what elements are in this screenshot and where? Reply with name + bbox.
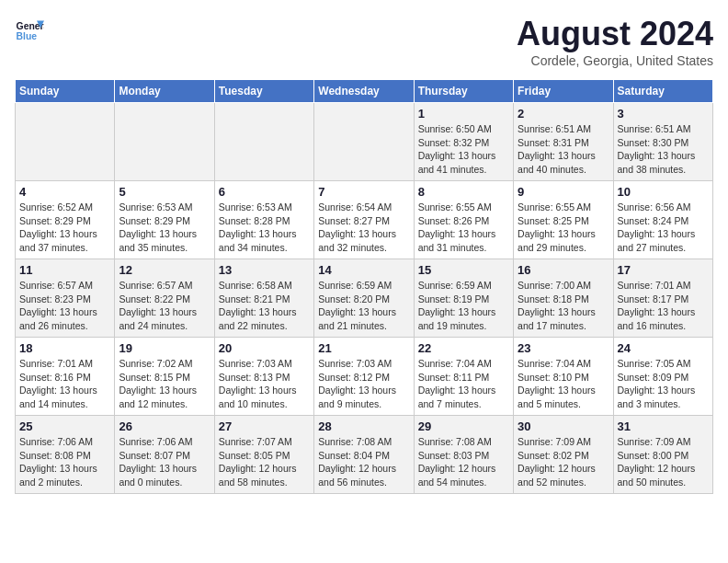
sunrise-text: Sunrise: 6:58 AM [219, 279, 310, 293]
calendar-cell: 8Sunrise: 6:55 AMSunset: 8:26 PMDaylight… [414, 181, 513, 259]
day-number: 6 [219, 185, 310, 199]
daylight-text: Daylight: 13 hours and 37 minutes. [19, 227, 110, 254]
calendar-cell: 25Sunrise: 7:06 AMSunset: 8:08 PMDayligh… [16, 416, 115, 494]
daylight-text: Daylight: 13 hours and 10 minutes. [219, 384, 310, 410]
calendar-cell [115, 103, 214, 181]
sunrise-text: Sunrise: 6:55 AM [518, 201, 609, 214]
sunrise-text: Sunrise: 6:54 AM [318, 201, 409, 214]
sunset-text: Sunset: 8:31 PM [518, 136, 609, 150]
calendar-cell: 11Sunrise: 6:57 AMSunset: 8:23 PMDayligh… [16, 259, 115, 338]
calendar-cell: 16Sunrise: 7:00 AMSunset: 8:18 PMDayligh… [514, 259, 613, 338]
calendar-cell: 13Sunrise: 6:58 AMSunset: 8:21 PMDayligh… [214, 259, 313, 338]
sunset-text: Sunset: 8:26 PM [418, 214, 509, 228]
calendar-cell: 31Sunrise: 7:09 AMSunset: 8:00 PMDayligh… [613, 416, 712, 494]
day-info: Sunrise: 7:08 AMSunset: 8:04 PMDaylight:… [318, 435, 409, 489]
sunrise-text: Sunrise: 6:53 AM [219, 201, 310, 214]
calendar-table: SundayMondayTuesdayWednesdayThursdayFrid… [15, 79, 713, 494]
daylight-text: Daylight: 12 hours and 50 minutes. [618, 462, 709, 488]
sunrise-text: Sunrise: 7:03 AM [219, 357, 310, 371]
sunrise-text: Sunrise: 6:57 AM [19, 279, 110, 293]
sunset-text: Sunset: 8:09 PM [618, 371, 709, 385]
day-number: 21 [318, 341, 409, 355]
sunset-text: Sunset: 8:30 PM [618, 136, 709, 150]
calendar-cell: 20Sunrise: 7:03 AMSunset: 8:13 PMDayligh… [214, 338, 313, 416]
calendar-cell: 19Sunrise: 7:02 AMSunset: 8:15 PMDayligh… [115, 338, 214, 416]
calendar-cell: 23Sunrise: 7:04 AMSunset: 8:10 PMDayligh… [514, 338, 613, 416]
sunrise-text: Sunrise: 6:53 AM [119, 201, 210, 214]
sunset-text: Sunset: 8:29 PM [19, 214, 110, 228]
day-info: Sunrise: 7:01 AMSunset: 8:16 PMDaylight:… [19, 357, 110, 411]
daylight-text: Daylight: 13 hours and 5 minutes. [518, 384, 609, 410]
day-number: 1 [418, 107, 509, 121]
day-number: 2 [518, 107, 609, 121]
month-title: August 2024 [517, 15, 713, 53]
day-info: Sunrise: 6:58 AMSunset: 8:21 PMDaylight:… [219, 279, 310, 333]
day-number: 16 [518, 263, 609, 277]
daylight-text: Daylight: 12 hours and 54 minutes. [418, 462, 509, 488]
logo: General Blue General Blue [15, 15, 44, 44]
sunrise-text: Sunrise: 7:01 AM [618, 279, 709, 293]
sunrise-text: Sunrise: 6:52 AM [19, 201, 110, 214]
day-info: Sunrise: 6:54 AMSunset: 8:27 PMDaylight:… [318, 201, 409, 255]
sunset-text: Sunset: 8:03 PM [418, 449, 509, 463]
sunrise-text: Sunrise: 6:59 AM [418, 279, 509, 293]
day-info: Sunrise: 6:51 AMSunset: 8:30 PMDaylight:… [618, 122, 709, 177]
day-number: 22 [418, 341, 509, 355]
svg-text:Blue: Blue [17, 31, 38, 41]
daylight-text: Daylight: 13 hours and 22 minutes. [219, 305, 310, 332]
day-number: 30 [518, 419, 609, 433]
calendar-cell: 10Sunrise: 6:56 AMSunset: 8:24 PMDayligh… [613, 181, 712, 259]
week-row-3: 11Sunrise: 6:57 AMSunset: 8:23 PMDayligh… [16, 259, 713, 338]
calendar-cell: 9Sunrise: 6:55 AMSunset: 8:25 PMDaylight… [514, 181, 613, 259]
logo-icon: General Blue [15, 15, 44, 44]
week-row-4: 18Sunrise: 7:01 AMSunset: 8:16 PMDayligh… [16, 338, 713, 416]
daylight-text: Daylight: 13 hours and 34 minutes. [219, 227, 310, 254]
sunrise-text: Sunrise: 6:50 AM [418, 122, 509, 136]
sunset-text: Sunset: 8:25 PM [518, 214, 609, 228]
day-number: 20 [219, 341, 310, 355]
day-number: 27 [219, 419, 310, 433]
calendar-cell: 22Sunrise: 7:04 AMSunset: 8:11 PMDayligh… [414, 338, 513, 416]
day-info: Sunrise: 6:55 AMSunset: 8:26 PMDaylight:… [418, 201, 509, 255]
sunset-text: Sunset: 8:24 PM [618, 214, 709, 228]
daylight-text: Daylight: 13 hours and 29 minutes. [518, 227, 609, 254]
daylight-text: Daylight: 12 hours and 52 minutes. [518, 462, 609, 488]
day-info: Sunrise: 7:04 AMSunset: 8:11 PMDaylight:… [418, 357, 509, 411]
sunrise-text: Sunrise: 7:03 AM [318, 357, 409, 371]
sunrise-text: Sunrise: 6:51 AM [518, 122, 609, 136]
sunset-text: Sunset: 8:15 PM [119, 371, 210, 385]
col-header-thursday: Thursday [414, 80, 513, 103]
day-number: 15 [418, 263, 509, 277]
sunrise-text: Sunrise: 7:09 AM [618, 435, 709, 449]
calendar-cell: 14Sunrise: 6:59 AMSunset: 8:20 PMDayligh… [314, 259, 414, 338]
day-info: Sunrise: 6:52 AMSunset: 8:29 PMDaylight:… [19, 201, 110, 255]
day-info: Sunrise: 7:05 AMSunset: 8:09 PMDaylight:… [618, 357, 709, 411]
sunrise-text: Sunrise: 6:57 AM [119, 279, 210, 293]
day-info: Sunrise: 7:06 AMSunset: 8:08 PMDaylight:… [19, 435, 110, 489]
days-header-row: SundayMondayTuesdayWednesdayThursdayFrid… [16, 80, 713, 103]
sunset-text: Sunset: 8:02 PM [518, 449, 609, 463]
sunrise-text: Sunrise: 7:08 AM [318, 435, 409, 449]
sunset-text: Sunset: 8:16 PM [19, 371, 110, 385]
daylight-text: Daylight: 12 hours and 56 minutes. [318, 462, 409, 488]
calendar-cell: 24Sunrise: 7:05 AMSunset: 8:09 PMDayligh… [613, 338, 712, 416]
day-number: 12 [119, 263, 210, 277]
sunrise-text: Sunrise: 6:59 AM [318, 279, 409, 293]
day-info: Sunrise: 7:04 AMSunset: 8:10 PMDaylight:… [518, 357, 609, 411]
day-info: Sunrise: 6:50 AMSunset: 8:32 PMDaylight:… [418, 122, 509, 177]
day-info: Sunrise: 6:56 AMSunset: 8:24 PMDaylight:… [618, 201, 709, 255]
daylight-text: Daylight: 13 hours and 31 minutes. [418, 227, 509, 254]
day-info: Sunrise: 7:03 AMSunset: 8:12 PMDaylight:… [318, 357, 409, 411]
day-info: Sunrise: 7:07 AMSunset: 8:05 PMDaylight:… [219, 435, 310, 489]
daylight-text: Daylight: 13 hours and 3 minutes. [618, 384, 709, 410]
sunrise-text: Sunrise: 6:55 AM [418, 201, 509, 214]
daylight-text: Daylight: 13 hours and 19 minutes. [418, 305, 509, 332]
day-info: Sunrise: 6:51 AMSunset: 8:31 PMDaylight:… [518, 122, 609, 177]
day-info: Sunrise: 6:57 AMSunset: 8:22 PMDaylight:… [119, 279, 210, 333]
sunrise-text: Sunrise: 7:09 AM [518, 435, 609, 449]
daylight-text: Daylight: 13 hours and 41 minutes. [418, 149, 509, 176]
calendar-cell: 2Sunrise: 6:51 AMSunset: 8:31 PMDaylight… [514, 103, 613, 181]
day-number: 4 [19, 185, 110, 199]
col-header-tuesday: Tuesday [214, 80, 313, 103]
daylight-text: Daylight: 12 hours and 58 minutes. [219, 462, 310, 488]
